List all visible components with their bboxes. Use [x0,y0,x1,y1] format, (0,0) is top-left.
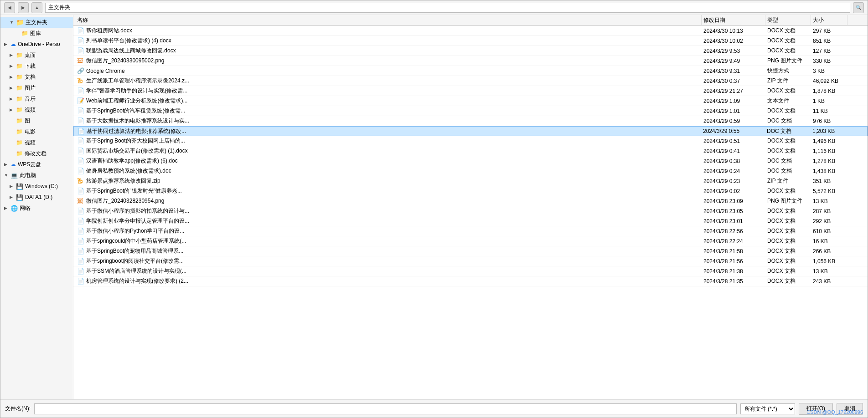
table-row[interactable]: 📄 基于协同过滤算法的电影推荐系统(修改... 2024/3/29 0:55 D… [73,126,868,136]
table-row[interactable]: 🗜 生产线派工单管理小程序演示录像2024.z... 2024/3/30 0:3… [73,76,868,86]
file-type-cell: DOCX 文档 [765,257,811,265]
file-name: 基于SpringBoot的汽车租赁系统(修改需... [86,107,185,115]
sidebar-item-label: 主文件夹 [26,19,47,26]
table-row[interactable]: 📄 学院创新创业学分申报认定管理平台的设... 2024/3/28 23:01 … [73,216,868,226]
filename-input[interactable] [34,403,737,414]
table-row[interactable]: 📄 帮你租房网站.docx 2024/3/30 10:13 DOCX 文档 29… [73,26,868,36]
arrow-icon: ▶ [10,184,14,189]
table-row[interactable]: 🔗 Google Chrome 2024/3/30 9:31 快捷方式 3 KB [73,66,868,76]
table-row[interactable]: 📄 基于springboot的阅读社交平台(修改需... 2024/3/28 2… [73,256,868,266]
sidebar-item-books[interactable]: 📁 图 [0,115,73,126]
sidebar-item-videos[interactable]: ▶ 📁 视频 [0,104,73,115]
file-type-cell: DOCX 文档 [765,47,811,55]
file-name: 学院创新创业学分申报认定管理平台的设... [86,217,189,225]
file-type-icon: 📄 [77,248,84,255]
search-button[interactable]: 🔍 [853,2,864,13]
file-name-cell: 📄 基于Spring Boot的齐大校园网上店辅的... [75,137,702,145]
table-row[interactable]: 🗜 旅游景点推荐系统修改回复.zip 2024/3/29 0:23 ZIP 文件… [73,176,868,186]
filetype-select[interactable]: 所有文件 (*.*) [740,403,795,414]
col-name[interactable]: 名称 [75,15,702,25]
cloud-icon: ☁ [10,41,16,47]
sidebar-item-label: Windows (C:) [25,183,58,189]
file-name: Google Chrome [86,68,125,74]
content-area: 名称 修改日期 类型 大小 📄 帮你租房网站.docx 2024/3/30 10… [73,15,868,399]
file-list[interactable]: 📄 帮你租房网站.docx 2024/3/30 10:13 DOCX 文档 29… [73,26,868,399]
file-date-cell: 2024/3/28 23:01 [702,218,765,224]
sidebar-item-home[interactable]: ▼ 📁 主文件夹 [0,17,73,28]
sidebar-item-label: 音乐 [25,95,36,103]
file-type-cell: DOCX 文档 [765,187,811,195]
wps-icon: ☁ [10,161,16,168]
arrow-icon: ▶ [4,42,9,46]
sidebar-item-desktop[interactable]: ▶ 📁 桌面 [0,50,73,61]
sidebar-item-downloads[interactable]: ▶ 📁 下载 [0,61,73,71]
file-size-cell: 1,878 KB [811,88,847,94]
sidebar-item-videos2[interactable]: 📁 视频 [0,137,73,148]
sidebar-item-label: 图库 [30,30,41,37]
sidebar-item-movies[interactable]: 📁 电影 [0,126,73,137]
sidebar-item-label: 网络 [20,204,31,212]
file-type-cell: DOCX 文档 [765,227,811,235]
table-row[interactable]: 📄 基于大数据技术的电影推荐系统设计与实... 2024/3/29 0:59 D… [73,116,868,126]
col-type[interactable]: 类型 [765,15,811,25]
table-row[interactable]: 📄 学伴"智基学习助手的设计与实现(修改需... 2024/3/29 21:27… [73,86,868,96]
back-button[interactable]: ◀ [4,2,15,13]
file-type-icon: 📄 [77,258,84,265]
folder-icon: 📁 [16,63,23,69]
table-row[interactable]: 📄 基于SpringBoot的宠物用品商城管理系... 2024/3/28 21… [73,246,868,256]
sidebar-item-modified[interactable]: 📁 修改文档 [0,148,73,159]
table-row[interactable]: 📄 国际贸易市场交易平台(修改需求) (1).docx 2024/3/29 0:… [73,146,868,156]
col-size[interactable]: 大小 [811,15,847,25]
file-date-cell: 2024/3/29 0:55 [701,128,765,134]
sidebar-item-wps[interactable]: ▶ ☁ WPS云盘 [0,159,73,170]
sidebar-item-onedrive[interactable]: ▶ ☁ OneDrive - Perso [0,39,73,50]
sidebar-item-data1[interactable]: ▶ 💾 DATA1 (D:) [0,192,73,203]
sidebar-item-label: OneDrive - Perso [18,41,60,47]
sidebar-item-music[interactable]: ▶ 📁 音乐 [0,93,73,104]
sidebar-item-thispc[interactable]: ▼ 💻 此电脑 [0,170,73,181]
folder-icon: 📁 [16,117,23,124]
table-row[interactable]: 📄 基于Spring Boot的齐大校园网上店辅的... 2024/3/29 0… [73,136,868,146]
table-row[interactable]: 📄 联盟游戏周边线上商城修改回复.docx 2024/3/29 9:53 DOC… [73,46,868,56]
file-size-cell: 1,438 KB [811,168,847,174]
table-row[interactable]: 📄 机房管理系统的设计与实现(修改要求) (2... 2024/3/28 21:… [73,276,868,286]
file-type-icon: 🖼 [77,198,84,204]
network-icon: 🌐 [10,205,18,212]
file-name: 学伴"智基学习助手的设计与实现(修改需... [86,87,187,95]
table-row[interactable]: 📄 基于SpringBoot的汽车租赁系统(修改需... 2024/3/29 1… [73,106,868,116]
sidebar-item-windows[interactable]: ▶ 💾 Windows (C:) [0,181,73,192]
sidebar-item-library[interactable]: 📁 图库 [0,28,73,39]
table-row[interactable]: 🖼 微信图片_20240330095002.png 2024/3/29 9:49… [73,56,868,66]
file-date-cell: 2024/3/29 1:01 [702,108,765,114]
table-row[interactable]: 📄 基于微信小程序的摄影约拍系统的设计与... 2024/3/28 23:05 … [73,206,868,216]
up-button[interactable]: ▲ [31,2,42,13]
file-name: 联盟游戏周边线上商城修改回复.docx [86,47,176,55]
folder-icon: 📁 [16,52,23,58]
file-size-cell: 1,056 KB [811,258,847,265]
file-type-cell: DOC 文档 [765,167,811,175]
file-name: 机房管理系统的设计与实现(修改要求) (2... [86,277,188,285]
col-date[interactable]: 修改日期 [702,15,765,25]
sidebar-item-documents[interactable]: ▶ 📁 文档 [0,71,73,82]
file-type-icon: 📄 [77,138,84,144]
file-date-cell: 2024/3/29 0:38 [702,158,765,164]
table-row[interactable]: 📄 基于微信小程序的Python学习平台的设... 2024/3/28 22:5… [73,226,868,236]
folder-icon: 📁 [16,74,23,80]
sidebar-item-network[interactable]: ▶ 🌐 网络 [0,203,73,214]
forward-button[interactable]: ▶ [18,2,29,13]
sidebar-item-pictures[interactable]: ▶ 📁 图片 [0,82,73,93]
table-row[interactable]: 📄 基于springcould的中小型药店管理系统(... 2024/3/28 … [73,236,868,246]
file-size-cell: 127 KB [811,48,847,54]
table-row[interactable]: 🖼 微信图片_20240328230954.png 2024/3/28 23:0… [73,196,868,206]
table-row[interactable]: 📄 列书单读书平台(修改需求) (4).docx 2024/3/30 10:02… [73,36,868,46]
file-name-cell: 🖼 微信图片_20240328230954.png [75,197,702,205]
address-bar[interactable] [45,3,850,13]
table-row[interactable]: 📄 健身房私教预约系统(修改需求).doc 2024/3/29 0:24 DOC… [73,166,868,176]
file-type-cell: DOCX 文档 [765,147,811,155]
file-type-cell: PNG 图片文件 [765,57,811,65]
table-row[interactable]: 📝 Web前端工程师行业分析系统(修改需求)... 2024/3/29 1:09… [73,96,868,106]
table-row[interactable]: 📄 基于SSM的酒店管理系统的设计与实现(... 2024/3/28 21:38… [73,266,868,276]
table-row[interactable]: 📄 汉语言辅助教学app(修改需求) (6).doc 2024/3/29 0:3… [73,156,868,166]
table-row[interactable]: 📄 基于SpringBoot的"银发时光"健康养老... 2024/3/29 0… [73,186,868,196]
file-type-cell: DOCX 文档 [765,207,811,215]
